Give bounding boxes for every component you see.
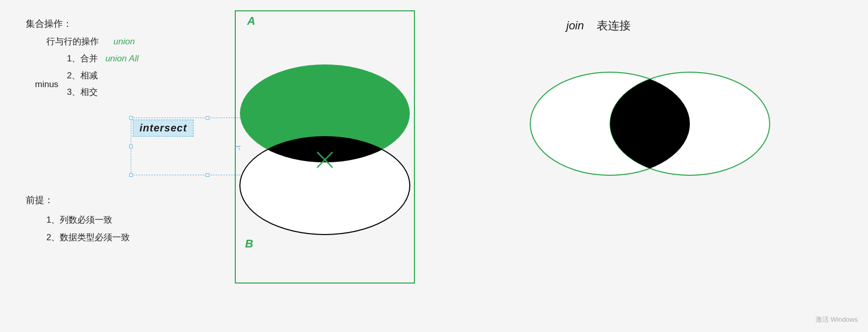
item3: 3、相交 (67, 85, 138, 101)
prerequisites-item1: 1、列数必须一致 (46, 211, 130, 229)
join-svg (515, 52, 772, 196)
activate-windows: 激活 Windows (815, 315, 858, 324)
intersect-box[interactable]: intersect (133, 120, 194, 137)
prerequisites-heading: 前提： (26, 191, 130, 209)
heading: 集合操作： (26, 15, 138, 32)
join-text: 表连接 (597, 19, 631, 32)
union-label: union (113, 37, 135, 46)
minus-label: minus (35, 79, 58, 90)
corner-dot-tm (206, 116, 210, 120)
corner-dot-ml (129, 145, 133, 148)
prerequisites-item2: 2、数据类型必须一致 (46, 229, 130, 246)
prerequisites-panel: 前提： 1、列数必须一致 2、数据类型必须一致 (26, 191, 130, 246)
subheading: 行与行的操作 union (46, 34, 138, 50)
corner-dot-bl (129, 173, 133, 177)
corner-dot-bm (206, 173, 210, 177)
union-all-label: union All (106, 54, 139, 63)
subheading-text: 行与行的操作 (46, 37, 99, 46)
item1: 1、合并 union All (67, 51, 138, 67)
diagram-svg (235, 10, 415, 284)
join-keyword: join (566, 19, 584, 32)
join-label: join 表连接 (566, 18, 631, 34)
corner-dot-tl (129, 116, 133, 120)
svg-line-6 (235, 41, 240, 150)
item2: 2、相减 (67, 68, 138, 84)
